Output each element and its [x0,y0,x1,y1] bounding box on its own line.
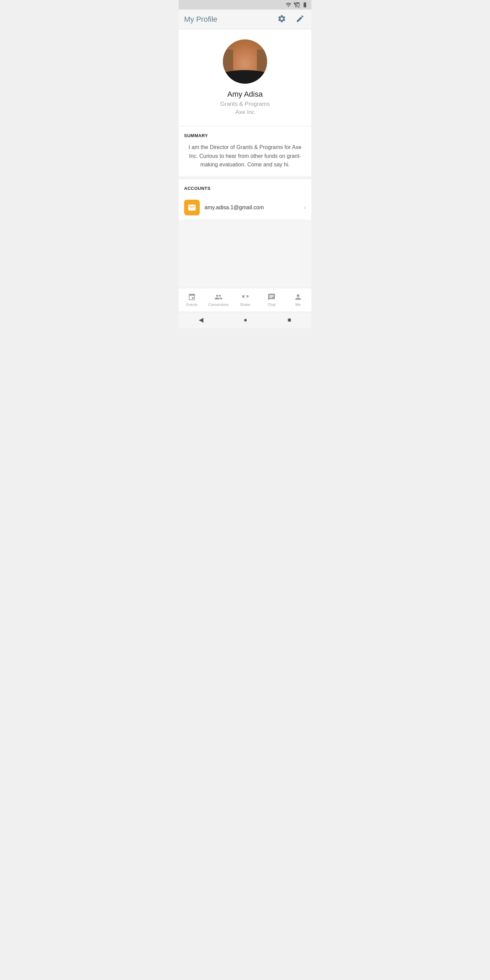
summary-title: SUMMARY [184,133,306,138]
profile-name: Amy Adisa [227,90,263,99]
account-email-value: amy.adisa.1@gmail.com [205,205,304,211]
wifi-icon [285,2,292,8]
home-button[interactable]: ● [237,314,254,326]
accounts-section: ACCOUNTS amy.adisa.1@gmail.com › [179,179,311,220]
gear-icon [277,14,286,23]
nav-label-me: Me [295,302,301,307]
chat-icon [267,293,275,301]
nav-label-chat: Chat [267,302,275,307]
nav-item-chat[interactable]: Chat [258,290,285,309]
signal-icon [294,2,300,8]
accounts-title: ACCOUNTS [184,186,306,191]
summary-section: SUMMARY I am the Director of Grants & Pr… [179,126,311,176]
nav-item-connections[interactable]: Connections [205,290,232,309]
content-area: SUMMARY I am the Director of Grants & Pr… [179,126,311,288]
app-bar: My Profile [179,10,311,29]
handshake-icon [241,293,249,301]
chevron-right-icon: › [304,204,306,211]
status-bar [179,0,311,10]
nav-label-connections: Connections [208,302,229,307]
person-icon [294,293,302,301]
email-icon [188,203,196,212]
nav-item-shake[interactable]: Shake [232,290,258,309]
profile-section: Amy Adisa Grants & Programs Axe Inc [179,29,311,126]
profile-role: Grants & Programs [220,101,270,108]
bottom-nav: Events Connections Shake Chat Me [179,288,311,312]
nav-label-events: Events [186,302,198,307]
settings-button[interactable] [276,13,288,25]
back-button[interactable]: ◀ [192,313,210,326]
avatar [223,40,267,84]
people-icon [215,293,223,301]
recents-button[interactable]: ■ [281,314,298,326]
app-bar-actions [276,13,306,25]
profile-company: Axe Inc [235,109,255,116]
calendar-icon [188,293,196,301]
edit-icon [296,14,305,23]
email-icon-container [184,200,200,215]
battery-icon [302,2,308,8]
edit-button[interactable] [294,13,306,25]
content-spacer [179,220,311,288]
account-row-email[interactable]: amy.adisa.1@gmail.com › [184,196,306,220]
summary-text: I am the Director of Grants & Programs f… [184,143,306,169]
nav-item-me[interactable]: Me [285,290,311,309]
nav-label-shake: Shake [240,302,250,307]
page-title: My Profile [184,15,276,24]
nav-item-events[interactable]: Events [179,290,205,309]
system-nav-bar: ◀ ● ■ [179,312,311,328]
